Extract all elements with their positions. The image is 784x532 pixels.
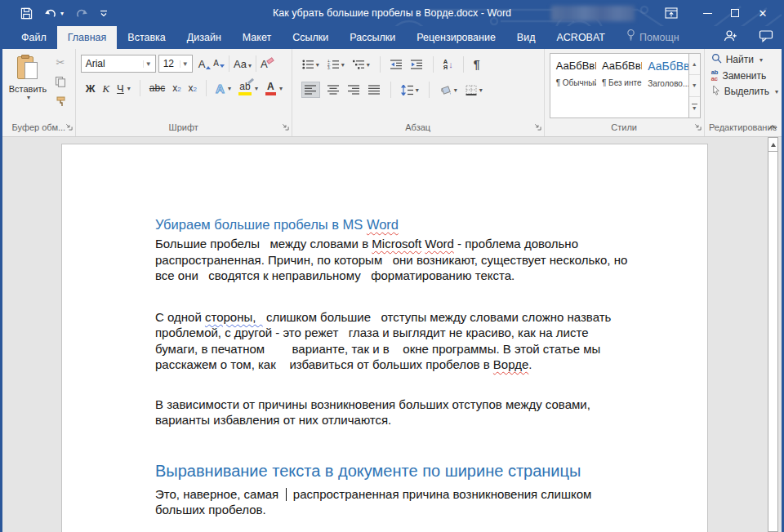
style-name: ¶ Обычный	[556, 78, 595, 87]
styles-scroll-up-icon[interactable]: ▲	[689, 54, 700, 75]
scroll-up-button[interactable]	[768, 138, 777, 152]
change-case-button[interactable]: Aa▾	[234, 59, 252, 69]
align-right-button[interactable]	[348, 85, 360, 95]
font-size-combobox[interactable]: 12▼	[158, 55, 193, 73]
vertical-scrollbar[interactable]	[768, 137, 778, 532]
tab-design[interactable]: Дизайн	[176, 26, 232, 49]
font-color-dropdown-arrow[interactable]: ▾	[279, 85, 283, 92]
tab-label: Рассылки	[350, 26, 395, 49]
close-button[interactable]: ✕	[749, 0, 777, 26]
ribbon-display-options-icon[interactable]	[657, 0, 685, 26]
paste-button[interactable]: Вставить ▾	[7, 53, 48, 118]
group-font: Arial▼ 12▼ А А Aa▾	[76, 49, 292, 136]
tab-file[interactable]: Файл	[11, 26, 57, 49]
undo-dropdown-arrow[interactable]: ▾	[60, 10, 64, 17]
format-painter-icon[interactable]	[53, 95, 68, 108]
redo-icon[interactable]	[75, 7, 88, 19]
justify-button[interactable]	[368, 85, 381, 95]
tab-acrobat[interactable]: ACROBAT	[546, 26, 616, 49]
tab-strip: ФайлГлавнаяВставкаДизайнМакетСсылкиРассы…	[11, 26, 690, 49]
clipboard-dialog-launcher-icon[interactable]	[65, 122, 73, 134]
numbering-button[interactable]: 1.2.3. ▾	[327, 60, 345, 69]
save-icon[interactable]	[20, 7, 33, 20]
increase-indent-button[interactable]	[411, 60, 423, 69]
shading-button[interactable]: ▾	[439, 85, 457, 95]
underline-dropdown-arrow[interactable]: ▾	[127, 85, 131, 92]
paste-clipboard-icon	[17, 55, 38, 81]
font-color-button[interactable]: А	[265, 82, 276, 95]
customize-quick-access-icon[interactable]	[100, 10, 108, 17]
text-effects-dropdown-arrow[interactable]: ▾	[228, 85, 231, 92]
replace-icon: abac	[711, 69, 719, 82]
clear-formatting-button[interactable]: А	[261, 59, 268, 69]
select-button[interactable]: Выделить▾	[711, 85, 778, 98]
tab-mailings[interactable]: Рассылки	[339, 26, 406, 49]
decrease-indent-button[interactable]	[390, 60, 403, 69]
group-styles: АаБбВвГг,¶ ОбычныйАаБбВвГг,¶ Без инте...…	[545, 49, 705, 136]
borders-button[interactable]: ▾	[466, 85, 483, 95]
superscript-button[interactable]: x2	[189, 83, 197, 93]
style-item-3[interactable]: АаБбВвЗаголово...	[642, 54, 688, 117]
copy-icon[interactable]	[53, 75, 68, 88]
subscript-button[interactable]: x2	[172, 83, 180, 93]
scrollbar-thumb[interactable]	[768, 153, 777, 521]
italic-button[interactable]: K	[102, 83, 109, 94]
font-name-combobox[interactable]: Arial▼	[81, 55, 156, 73]
tab-label: Ссылки	[292, 26, 328, 49]
style-item-1[interactable]: АаБбВвГг,¶ Обычный	[550, 54, 596, 117]
tab-review[interactable]: Рецензирование	[406, 26, 506, 49]
tab-label: Файл	[21, 26, 47, 49]
styles-scroll-down-icon[interactable]: ▼	[689, 75, 700, 96]
styles-gallery-more-icon[interactable]: ▼	[689, 97, 700, 117]
align-center-button[interactable]	[327, 85, 340, 95]
tab-references[interactable]: Ссылки	[282, 26, 339, 49]
tab-view[interactable]: Вид	[506, 26, 546, 49]
share-icon[interactable]	[723, 29, 737, 46]
title-bar: ▾ Как убрать большие пробелы в Ворде.doc…	[2, 0, 782, 26]
tab-layout[interactable]: Макет	[232, 26, 282, 49]
undo-button[interactable]: ▾	[44, 7, 64, 19]
sort-button[interactable]: АЯ ↓	[443, 59, 453, 71]
maximize-button[interactable]	[721, 0, 749, 26]
grow-font-button[interactable]: А	[198, 59, 212, 69]
style-preview: АаБбВв	[648, 60, 686, 73]
highlight-dropdown-arrow[interactable]: ▾	[255, 85, 258, 92]
clipboard-group-label: Буфер обм...	[2, 122, 75, 136]
paragraph-dialog-launcher-icon[interactable]	[534, 122, 541, 134]
style-preview: АаБбВвГг,	[556, 60, 595, 72]
tab-home[interactable]: Главная	[57, 26, 118, 49]
line-spacing-button[interactable]: ▾	[401, 85, 419, 95]
show-paragraph-marks-button[interactable]: ¶	[474, 58, 480, 71]
style-name: ¶ Без инте...	[602, 78, 640, 87]
comments-icon[interactable]	[759, 29, 773, 46]
find-button[interactable]: Найти▾	[711, 53, 778, 66]
document-area: Убираем большие пробелы в MS WordБольшие…	[2, 137, 782, 532]
doc-paragraph: Это, наверное, самая распространенная пр…	[155, 486, 671, 518]
redacted-account-name	[551, 6, 635, 21]
tab-insert[interactable]: Вставка	[117, 26, 176, 49]
tab-label: Вид	[517, 26, 536, 49]
style-item-2[interactable]: АаБбВвГг,¶ Без инте...	[596, 54, 642, 117]
styles-gallery: АаБбВвГг,¶ ОбычныйАаБбВвГг,¶ Без инте...…	[550, 53, 689, 118]
cut-icon[interactable]: ✂	[53, 55, 68, 69]
paste-dropdown-arrow[interactable]: ▾	[27, 94, 30, 101]
highlight-button[interactable]: ab	[238, 82, 252, 95]
multilevel-list-button[interactable]: ▾	[353, 60, 370, 69]
styles-dialog-launcher-icon[interactable]	[694, 122, 702, 134]
bullets-button[interactable]: ▾	[302, 60, 319, 69]
highlight-color-swatch	[238, 92, 252, 95]
align-left-button[interactable]	[302, 82, 319, 97]
tab-row-right-icons	[723, 26, 773, 49]
underline-button[interactable]: Ч	[117, 83, 124, 94]
font-dialog-launcher-icon[interactable]	[282, 122, 289, 134]
tab-assistant[interactable]: Помощн	[616, 26, 690, 49]
collapse-ribbon-icon[interactable]	[768, 118, 777, 133]
style-name: Заголово...	[648, 79, 686, 88]
document-page[interactable]: Убираем большие пробелы в MS WordБольшие…	[61, 144, 708, 532]
text-effects-button[interactable]: А	[216, 82, 225, 95]
shrink-font-button[interactable]: А	[213, 60, 225, 68]
minimize-button[interactable]	[693, 0, 721, 26]
strikethrough-button[interactable]: abc	[149, 83, 165, 93]
replace-button[interactable]: abac Заменить	[711, 69, 778, 82]
bold-button[interactable]: Ж	[86, 83, 96, 94]
